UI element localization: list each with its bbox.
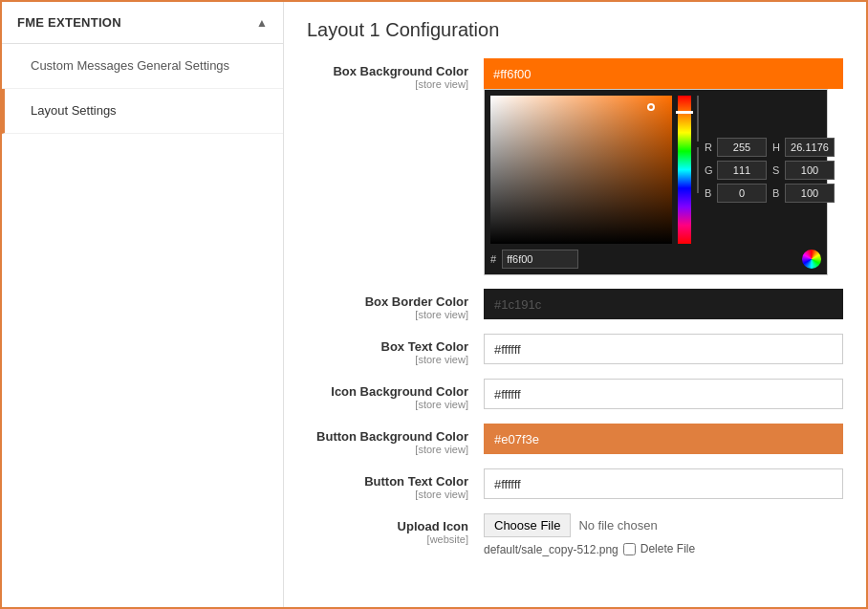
sidebar-header[interactable]: FME EXTENTION ▲ [2,2,283,44]
cp-cursor [647,103,655,111]
cp-b2-label: B [772,187,782,199]
cp-swatches [697,96,699,244]
cp-s-row: S [772,161,835,180]
cp-h-row: H [772,138,835,157]
cp-color-wheel-icon[interactable] [802,250,821,269]
sidebar-item-custom-messages[interactable]: Custom Messages General Settings [2,44,283,89]
sidebar-item-label: Custom Messages General Settings [31,58,229,73]
button-background-color-control [484,424,843,454]
choose-file-button[interactable]: Choose File [484,513,571,537]
button-text-color-control [484,468,843,499]
cp-b-label: B [705,187,714,199]
icon-background-color-label: Icon Background Color [store view] [307,379,484,410]
cp-b2-row: B [772,184,835,203]
cp-hash-label: # [490,253,496,265]
file-path-text: default/sale_copy-512.png [484,543,618,556]
box-border-color-label: Box Border Color [store view] [307,289,484,320]
cp-g-input[interactable] [717,161,767,180]
cp-swatch-previous [697,147,699,193]
cp-hex-input[interactable] [502,250,578,269]
cp-b-input[interactable] [717,184,767,203]
box-border-color-control [484,289,843,319]
box-background-color-row: Box Background Color [store view] #ff6f0… [307,58,843,275]
button-background-color-label: Button Background Color [store view] [307,424,484,455]
cp-s-label: S [772,164,782,176]
file-path-row: default/sale_copy-512.png Delete File [484,541,843,556]
upload-icon-row: Upload Icon [website] Choose File No fil… [307,513,843,556]
cp-r-label: R [705,141,714,153]
button-background-color-row: Button Background Color [store view] [307,424,843,455]
cp-rgb-inputs: R G B [705,96,767,244]
app-layout: FME EXTENTION ▲ Custom Messages General … [2,2,866,607]
cp-r-input[interactable] [717,138,767,157]
cp-swatch-current [697,96,699,141]
cp-bottom: # [490,250,821,269]
button-text-color-row: Button Text Color [store view] [307,468,843,500]
color-picker-top: R G B [490,96,821,244]
cp-hue-cursor [676,111,693,114]
no-file-text: No file chosen [578,518,657,533]
color-picker-trigger[interactable]: #ff6f00 [484,58,843,89]
sidebar-title: FME EXTENTION [17,15,121,30]
sidebar: FME EXTENTION ▲ Custom Messages General … [2,2,284,607]
cp-hsb-inputs: H S B [772,96,835,244]
box-background-color-label: Box Background Color [store view] [307,58,484,90]
color-picker-panel: R G B [484,89,828,275]
main-content: Layout 1 Configuration Box Background Co… [284,2,866,607]
cp-r-row: R [705,138,767,157]
sidebar-item-layout-settings[interactable]: Layout Settings [2,89,283,134]
icon-background-color-control [484,379,843,409]
box-text-color-input[interactable] [484,334,843,364]
button-text-color-label: Button Text Color [store view] [307,468,484,500]
cp-b-row: B [705,184,767,203]
box-text-color-control [484,334,843,364]
cp-s-input[interactable] [785,161,835,180]
cp-h-input[interactable] [785,138,835,157]
box-text-color-row: Box Text Color [store view] [307,334,843,365]
cp-g-label: G [705,164,714,176]
delete-label: Delete File [640,542,695,555]
sidebar-item-label: Layout Settings [31,103,117,118]
button-background-color-input[interactable] [484,424,843,454]
cp-g-row: G [705,161,767,180]
upload-row: Choose File No file chosen [484,513,843,537]
box-background-color-control: #ff6f00 [484,58,843,275]
cp-h-label: H [772,141,782,153]
cp-gradient[interactable] [490,96,672,244]
delete-file-checkbox[interactable] [623,543,636,555]
color-picker-value: #ff6f00 [493,67,532,81]
button-text-color-input[interactable] [484,468,843,499]
box-border-color-input[interactable] [484,289,843,319]
upload-icon-label: Upload Icon [website] [307,513,484,545]
upload-icon-control: Choose File No file chosen default/sale_… [484,513,843,556]
icon-background-color-input[interactable] [484,379,843,409]
cp-b2-input[interactable] [785,184,835,203]
cp-hue-strip[interactable] [678,96,691,244]
icon-background-color-row: Icon Background Color [store view] [307,379,843,410]
box-border-color-row: Box Border Color [store view] [307,289,843,320]
collapse-icon: ▲ [256,16,268,30]
page-title: Layout 1 Configuration [307,19,843,41]
box-text-color-label: Box Text Color [store view] [307,334,484,365]
